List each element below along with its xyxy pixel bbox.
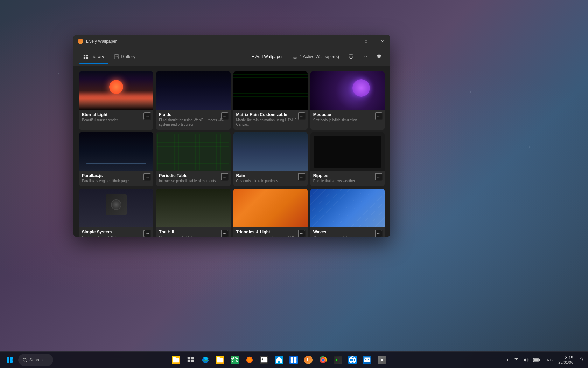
card-menu-button-matrix-rain[interactable]: ···	[298, 112, 306, 120]
start-button[interactable]	[3, 353, 17, 367]
library-tab-label: Library	[90, 54, 104, 59]
card-info-triangles: Triangles & Light Triangle pattern gener…	[233, 227, 308, 237]
wallpaper-card-ripples[interactable]: Ripples Puddle that shows weather. ···	[310, 132, 385, 186]
search-button[interactable]: Search	[18, 354, 53, 366]
window-title: Lively Wallpaper	[86, 39, 386, 44]
card-desc-parallaxjs: Parallax.js engine github page.	[82, 179, 150, 183]
notification-center[interactable]	[578, 356, 585, 364]
card-info-eternal-light: Eternal Light Beautiful sunset render. ·…	[79, 110, 153, 125]
wallpaper-card-simple-system[interactable]: Simple System Lively hardware API showca…	[79, 189, 153, 237]
taskbar-store[interactable]	[272, 353, 286, 367]
card-menu-button-eternal-light[interactable]: ···	[144, 112, 151, 120]
card-menu-button-parallaxjs[interactable]: ···	[144, 173, 151, 181]
taskbar-snipping[interactable]	[228, 353, 242, 367]
system-tray	[504, 356, 541, 364]
card-menu-button-rain[interactable]: ···	[298, 173, 306, 181]
taskbar-terminal[interactable]	[331, 353, 345, 367]
library-icon	[83, 54, 88, 59]
tray-chevron[interactable]	[504, 357, 511, 363]
svg-rect-8	[191, 357, 194, 359]
card-title-medusae: Medusae	[313, 112, 382, 117]
taskbar: Search	[0, 351, 588, 368]
card-title-parallaxjs: Parallax.js	[82, 173, 150, 178]
taskbar-explorer2[interactable]	[213, 353, 227, 367]
card-menu-button-simple-system[interactable]: ···	[144, 230, 151, 237]
tab-library[interactable]: Library	[79, 52, 108, 61]
taskbar-network[interactable]	[345, 353, 359, 367]
card-menu-button-medusae[interactable]: ···	[375, 112, 383, 120]
maximize-button[interactable]: □	[358, 35, 374, 48]
tab-gallery[interactable]: Gallery	[110, 52, 140, 61]
svg-rect-28	[534, 358, 539, 361]
network-icon	[348, 356, 357, 364]
chrome-icon	[319, 356, 327, 364]
card-desc-waves: Three.js wave simulation.	[313, 235, 382, 237]
taskbar-edge[interactable]	[198, 353, 212, 367]
clock[interactable]: 8:19 23/01/06	[555, 355, 576, 365]
taskbar-mail[interactable]	[360, 353, 374, 367]
card-thumbnail-the-hill	[156, 189, 230, 227]
lively-icon: L	[304, 356, 313, 364]
svg-rect-3	[86, 57, 88, 59]
content-area[interactable]: Eternal Light Beautiful sunset render. ·…	[74, 66, 390, 237]
taskbar-left: Search	[0, 353, 56, 367]
title-bar-controls: – □ ✕	[342, 35, 390, 48]
taskbar-file-explorer[interactable]	[169, 353, 183, 367]
taskbar-devtools[interactable]	[257, 353, 271, 367]
card-menu-button-the-hill[interactable]: ···	[221, 230, 229, 237]
tray-volume[interactable]	[522, 356, 530, 364]
add-wallpaper-button[interactable]: + Add Wallpaper	[248, 53, 286, 61]
card-desc-simple-system: Lively hardware API showcase.	[82, 235, 150, 237]
taskbar-task-view[interactable]	[184, 353, 198, 367]
card-info-matrix-rain: Matrix Rain Customizable Matrix like rai…	[233, 110, 308, 130]
wallpaper-card-waves[interactable]: Waves Three.js wave simulation. ···	[310, 189, 385, 237]
gallery-tab-label: Gallery	[121, 54, 135, 59]
taskbar-app1[interactable]	[287, 353, 301, 367]
card-thumbnail-medusae	[310, 71, 385, 110]
wallpaper-card-parallaxjs[interactable]: Parallax.js Parallax.js engine github pa…	[79, 132, 153, 186]
card-menu-button-periodic-table[interactable]: ···	[221, 173, 229, 181]
card-menu-button-ripples[interactable]: ···	[375, 173, 383, 181]
wallpaper-card-periodic-table[interactable]: Periodic Table Interactive periodic tabl…	[156, 132, 230, 186]
card-desc-the-hill: Shader generated hill.	[159, 235, 227, 237]
taskbar-firefox[interactable]	[243, 353, 257, 367]
settings-button[interactable]	[373, 51, 385, 62]
svg-rect-2	[84, 57, 85, 59]
wallpaper-card-rain[interactable]: Rain Customisable rain particles. ···	[233, 132, 308, 186]
settings-taskbar-icon	[378, 356, 386, 364]
wallpaper-card-triangles[interactable]: Triangles & Light Triangle pattern gener…	[233, 189, 308, 237]
card-thumbnail-parallaxjs	[79, 132, 153, 171]
snipping-icon	[231, 356, 239, 364]
tray-battery[interactable]	[532, 356, 541, 363]
taskbar-settings[interactable]	[375, 353, 389, 367]
devtools-icon	[260, 356, 268, 364]
card-menu-button-fluids[interactable]: ···	[221, 112, 229, 120]
wallpaper-card-the-hill[interactable]: The Hill Shader generated hill. ···	[156, 189, 230, 237]
tray-network[interactable]	[512, 356, 520, 364]
card-title-the-hill: The Hill	[159, 230, 227, 234]
minimize-button[interactable]: –	[342, 35, 358, 48]
wallpaper-card-fluids[interactable]: Fluids Fluid simulation using WebGL, rea…	[156, 71, 230, 130]
svg-rect-14	[290, 360, 293, 362]
close-button[interactable]: ✕	[374, 35, 390, 48]
svg-rect-10	[191, 360, 194, 362]
mail-icon	[363, 356, 371, 364]
svg-rect-13	[294, 357, 296, 359]
card-title-ripples: Ripples	[313, 173, 382, 178]
card-menu-button-triangles[interactable]: ···	[298, 230, 306, 237]
firefox-icon	[245, 356, 254, 364]
svg-rect-1	[86, 54, 88, 56]
more-button[interactable]: ···	[359, 51, 371, 62]
search-label: Search	[29, 357, 43, 362]
wallpaper-card-medusae[interactable]: Medusae Soft body jellyfish simulation. …	[310, 71, 385, 130]
taskbar-chrome[interactable]	[316, 353, 330, 367]
task-view-icon	[187, 356, 195, 364]
favorite-button[interactable]	[345, 51, 357, 62]
card-menu-button-waves[interactable]: ···	[375, 230, 383, 237]
active-wallpapers-button[interactable]: 1 Active Wallpaper(s)	[289, 53, 343, 61]
language-indicator[interactable]: ENG	[543, 356, 554, 363]
wallpaper-card-matrix-rain[interactable]: Matrix Rain Customizable Matrix like rai…	[233, 71, 308, 130]
wallpaper-card-eternal-light[interactable]: Eternal Light Beautiful sunset render. ·…	[79, 71, 153, 130]
card-thumbnail-periodic-table	[156, 132, 230, 171]
taskbar-lively[interactable]: L	[301, 353, 315, 367]
